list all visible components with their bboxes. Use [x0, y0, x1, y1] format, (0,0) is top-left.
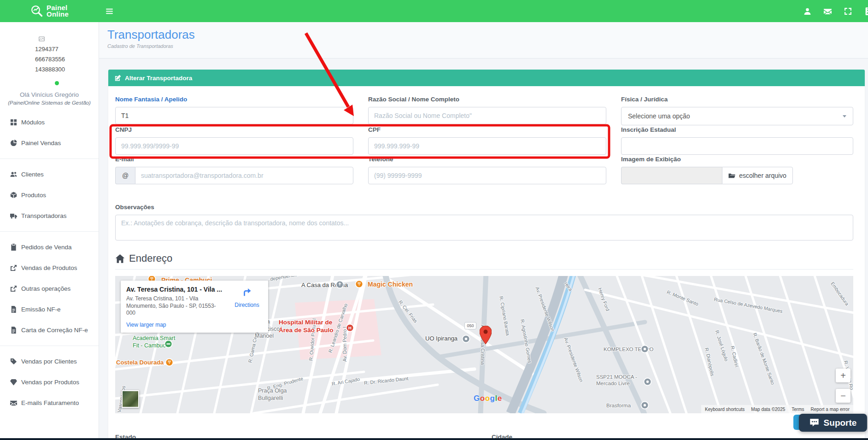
field-nome-fantasia: Nome Fantasia / Apelido — [115, 96, 353, 125]
svg-text:H: H — [348, 325, 352, 330]
logo-line2: Online — [47, 10, 69, 18]
navbar-icons — [803, 7, 868, 15]
share-icon — [10, 264, 17, 271]
report-map-error-link[interactable]: Report a map error — [811, 407, 850, 412]
file-icon — [10, 306, 17, 313]
chevron-down-icon — [843, 115, 846, 117]
card-header-title: Alterar Transportadora — [125, 75, 192, 82]
razao-social-input[interactable] — [368, 107, 606, 124]
avatar-alt-text: 1294377 666783556 143888300 — [0, 44, 99, 75]
id-badge-icon[interactable] — [864, 7, 868, 15]
sidebar-toggle-icon[interactable] — [106, 7, 113, 15]
sidebar-item-outras-operacoes[interactable]: Outras operações — [0, 278, 99, 299]
sidebar-item-transportadoras[interactable]: Transportadoras — [0, 205, 99, 226]
map-poi-pin-icon[interactable] — [462, 334, 470, 343]
id-badge-icon — [864, 7, 868, 15]
sidebar-item-vendas-de-produtos[interactable]: Vendas de Produtos — [0, 258, 99, 278]
sidebar-item-label: Clientes — [21, 171, 44, 178]
field-telefone: Telefone — [368, 156, 606, 184]
map-data-text: Map data ©2025 — [751, 407, 785, 412]
map-poi-pin-icon[interactable] — [335, 280, 344, 289]
email-input[interactable] — [135, 167, 353, 184]
google-logo[interactable]: Google — [474, 394, 502, 403]
sidebar-divider — [0, 231, 99, 232]
cnpj-label: CNPJ — [115, 126, 353, 134]
sidebar-item-label: Transportadoras — [21, 212, 67, 219]
map-marker-icon[interactable] — [480, 326, 492, 344]
clipboard-icon — [10, 244, 17, 251]
map-poi[interactable]: Magic Chicken — [368, 281, 413, 289]
card-header: Alterar Transportadora — [108, 70, 865, 86]
imagem-filename-box[interactable] — [621, 167, 722, 184]
view-larger-map-link[interactable]: View larger map — [126, 322, 166, 328]
escolher-arquivo-button[interactable]: escolher arquivo — [722, 167, 793, 184]
truck-icon — [10, 212, 17, 219]
map-poi[interactable]: Hospital Militar de Área de São Paulo — [279, 319, 334, 334]
satellite-view-thumbnail[interactable] — [122, 390, 139, 408]
envelope-icon[interactable] — [824, 7, 832, 15]
user-icon[interactable] — [803, 7, 811, 15]
folder-open-icon — [728, 172, 735, 179]
sidebar-item-clientes[interactable]: Clientes — [0, 164, 99, 185]
map-poi-pin-icon[interactable] — [165, 358, 174, 367]
map-poi[interactable]: Costela Dourada — [116, 359, 164, 366]
map-poi-pin-icon[interactable] — [355, 280, 364, 288]
card-body: Nome Fantasia / Apelido Razão Social / N… — [108, 86, 865, 440]
terms-link[interactable]: Terms — [792, 407, 804, 412]
top-navbar: Painel Online — [0, 0, 868, 22]
map[interactable]: R. Gama CerqueiraVasconcelosR. Ouvidor P… — [115, 276, 853, 413]
sidebar-item-carta-de-correcao-nf-e[interactable]: Carta de Correção NF-e — [0, 320, 99, 340]
map-poi-pin-icon[interactable] — [640, 345, 649, 353]
nome-fantasia-input[interactable] — [115, 107, 353, 124]
sidebar: 1294377 666783556 143888300 Olá Vinícius… — [0, 22, 99, 440]
map-poi[interactable]: Brasforma — [606, 402, 631, 409]
field-email: E-mail @ — [115, 156, 353, 184]
cube-icon — [10, 192, 17, 199]
map-poi-pin-icon[interactable] — [164, 340, 173, 348]
map-poi-pin-icon[interactable]: H — [346, 323, 354, 332]
fullscreen-icon[interactable] — [844, 7, 852, 15]
directions-button[interactable]: Directions — [233, 287, 261, 308]
email-addon: @ — [115, 167, 135, 184]
map-poi[interactable]: UO Ipiranga — [425, 335, 457, 342]
chat-icon — [809, 418, 819, 428]
user-greeting: Olá Vinícius Gregório — [0, 91, 99, 98]
inscricao-estadual-input[interactable] — [621, 137, 853, 155]
sidebar-item-e-mails-faturamento[interactable]: E-mails Faturamento — [0, 393, 99, 413]
user-icon — [803, 7, 811, 15]
suporte-button[interactable]: Suporte — [799, 414, 867, 432]
observacoes-textarea[interactable] — [115, 215, 853, 241]
sidebar-item-vendas-por-produtos[interactable]: Vendas por Produtos — [0, 372, 99, 393]
sidebar-item-emissao-nf-e[interactable]: Emissão NF-e — [0, 299, 99, 320]
field-cpf: CPF — [368, 126, 606, 155]
observacoes-label: Observações — [115, 204, 853, 211]
sidebar-menu: MódulosPainel VendasClientesProdutosTran… — [0, 112, 99, 413]
sidebar-item-modulos[interactable]: Módulos — [0, 112, 99, 133]
zoom-in-button[interactable]: + — [836, 369, 850, 382]
sidebar-item-vendas-por-clientes[interactable]: Vendas por Clientes — [0, 351, 99, 372]
suporte-label: Suporte — [824, 418, 857, 428]
zoom-out-button[interactable]: − — [836, 389, 850, 403]
app-logo[interactable]: Painel Online — [0, 5, 99, 18]
field-razao-social: Razão Social / Nome Completo — [368, 96, 606, 125]
envelope-icon — [10, 399, 17, 406]
sidebar-item-painel-vendas[interactable]: Painel Vendas — [0, 133, 99, 153]
fisica-juridica-select[interactable]: Selecione uma opção — [621, 107, 853, 125]
field-imagem: Imagem de Exibição escolher arquivo — [621, 156, 853, 184]
file-icon — [10, 327, 17, 334]
telefone-input[interactable] — [368, 167, 606, 184]
map-poi-pin-icon[interactable] — [643, 377, 652, 386]
sidebar-item-pedidos-de-venda[interactable]: Pedidos de Venda — [0, 237, 99, 258]
cpf-input[interactable] — [368, 137, 606, 155]
sidebar-user-block: 1294377 666783556 143888300 Olá Vinícius… — [0, 22, 99, 106]
map-poi[interactable]: Praça Olga Bullgarelli — [258, 387, 287, 402]
road-shield: 050 — [464, 322, 476, 329]
cnpj-input[interactable] — [115, 137, 353, 155]
map-poi-pin-icon[interactable] — [640, 401, 649, 410]
sidebar-item-label: Carta de Correção NF-e — [21, 327, 88, 334]
sidebar-item-label: Emissão NF-e — [21, 306, 61, 313]
map-poi[interactable]: SSP21 MOOCA - Mercado Livre — [596, 374, 637, 387]
keyboard-shortcuts-link[interactable]: Keyboard shortcuts — [705, 407, 745, 412]
sidebar-item-produtos[interactable]: Produtos — [0, 185, 99, 205]
hamburger-icon — [106, 7, 113, 15]
